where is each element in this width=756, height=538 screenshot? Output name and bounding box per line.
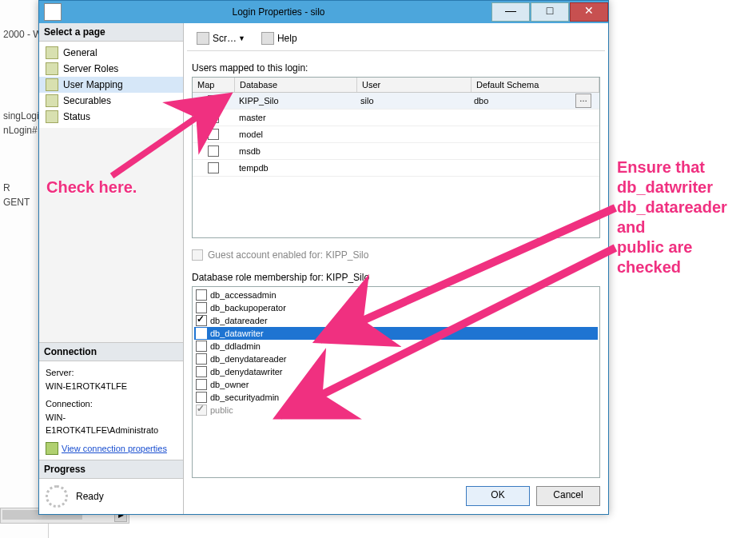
server-label: Server: (46, 366, 177, 380)
mapping-row[interactable]: tempdb (193, 160, 599, 177)
help-button[interactable]: Help (257, 30, 302, 46)
select-page-header: Select a page (39, 23, 183, 42)
map-checkbox[interactable] (208, 162, 219, 173)
main-panel: Scr… ▼ Help Users mapped to this login: … (184, 23, 608, 514)
annotation-ensure-roles: Ensure thatdb_datwriterdb_datareaderandp… (617, 157, 753, 277)
connection-label: Connection: (46, 397, 177, 411)
role-db_denydatawriter[interactable]: db_denydatawriter (194, 365, 598, 378)
mapping-row[interactable]: master (193, 110, 599, 126)
window-icon (44, 3, 62, 21)
role-checkbox (196, 404, 207, 416)
mapping-row[interactable]: KIPP_Silosilodbo… (193, 93, 599, 110)
page-icon (46, 78, 58, 91)
map-checkbox[interactable] (208, 145, 219, 157)
connection-header: Connection (39, 342, 183, 361)
page-icon (46, 46, 58, 59)
connection-info: Server: WIN-E1ROTK4TLFE Connection: WIN-… (39, 361, 183, 460)
role-db_denydatareader[interactable]: db_denydatareader (194, 353, 598, 365)
map-checkbox[interactable] (208, 112, 219, 123)
titlebar[interactable]: Login Properties - silo — □ ✕ (39, 1, 608, 23)
page-item-user-mapping[interactable]: User Mapping (39, 77, 183, 93)
role-membership-list[interactable]: db_accessadmindb_backupoperatordb_datare… (192, 286, 600, 478)
role-checkbox[interactable] (196, 353, 207, 365)
role-membership-label: Database role membership for: KIPP_Silo (192, 272, 600, 283)
close-button[interactable]: ✕ (570, 2, 608, 22)
schema-browse-button[interactable]: … (575, 94, 591, 108)
map-checkbox[interactable] (208, 129, 219, 140)
help-icon (261, 32, 274, 45)
progress-status: Ready (76, 491, 104, 502)
page-list: GeneralServer RolesUser MappingSecurable… (39, 42, 183, 128)
side-panel: Select a page GeneralServer RolesUser Ma… (39, 23, 184, 514)
role-public: public (194, 404, 598, 416)
cancel-button[interactable]: Cancel (536, 486, 600, 506)
minimize-button[interactable]: — (491, 2, 530, 22)
map-checkbox[interactable] (208, 95, 219, 106)
grid-header: Map Database User Default Schema (193, 78, 599, 93)
role-db_securityadmin[interactable]: db_securityadmin (194, 391, 598, 404)
role-checkbox[interactable] (196, 302, 207, 313)
role-checkbox[interactable] (196, 328, 207, 339)
page-item-server-roles[interactable]: Server Roles (39, 61, 183, 77)
view-connection-properties-link[interactable]: View connection properties (62, 442, 167, 456)
ok-button[interactable]: OK (466, 486, 530, 506)
script-button[interactable]: Scr… ▼ (192, 30, 250, 46)
role-checkbox[interactable] (196, 289, 207, 301)
role-db_datareader[interactable]: db_datareader (194, 314, 598, 327)
server-value: WIN-E1ROTK4TLFE (46, 380, 177, 393)
guest-account-checkbox: Guest account enabled for: KIPP_Silo (192, 249, 600, 261)
users-mapped-label: Users mapped to this login: (192, 62, 600, 74)
guest-checkbox (192, 249, 203, 261)
page-icon (46, 94, 58, 107)
role-checkbox[interactable] (196, 341, 207, 352)
role-checkbox[interactable] (196, 366, 207, 377)
chevron-down-icon: ▼ (238, 34, 245, 42)
page-item-status[interactable]: Status (39, 109, 183, 125)
user-mapping-grid[interactable]: Map Database User Default Schema KIPP_Si… (192, 77, 600, 238)
connection-value: WIN-E1ROTK4TLFE\Administrato (46, 411, 177, 437)
role-checkbox[interactable] (196, 379, 207, 390)
mapping-row[interactable]: msdb (193, 143, 599, 160)
role-db_backupoperator[interactable]: db_backupoperator (194, 301, 598, 314)
role-db_datawriter[interactable]: db_datawriter (194, 327, 598, 340)
page-icon (46, 110, 58, 123)
window-title: Login Properties - silo (66, 6, 491, 18)
page-icon (46, 62, 58, 75)
role-checkbox[interactable] (196, 315, 207, 326)
role-db_ddladmin[interactable]: db_ddladmin (194, 340, 598, 353)
page-item-securables[interactable]: Securables (39, 93, 183, 109)
connection-properties-icon (46, 442, 58, 455)
mapping-row[interactable]: model (193, 126, 599, 143)
toolbar: Scr… ▼ Help (187, 26, 605, 51)
progress-spinner-icon (46, 485, 68, 508)
role-checkbox[interactable] (196, 392, 207, 403)
role-db_owner[interactable]: db_owner (194, 378, 598, 391)
script-icon (197, 32, 209, 45)
maximize-button[interactable]: □ (531, 2, 569, 22)
login-properties-window: Login Properties - silo — □ ✕ Select a p… (38, 0, 609, 515)
role-db_accessadmin[interactable]: db_accessadmin (194, 289, 598, 301)
page-item-general[interactable]: General (39, 45, 183, 61)
progress-header: Progress (39, 460, 183, 479)
